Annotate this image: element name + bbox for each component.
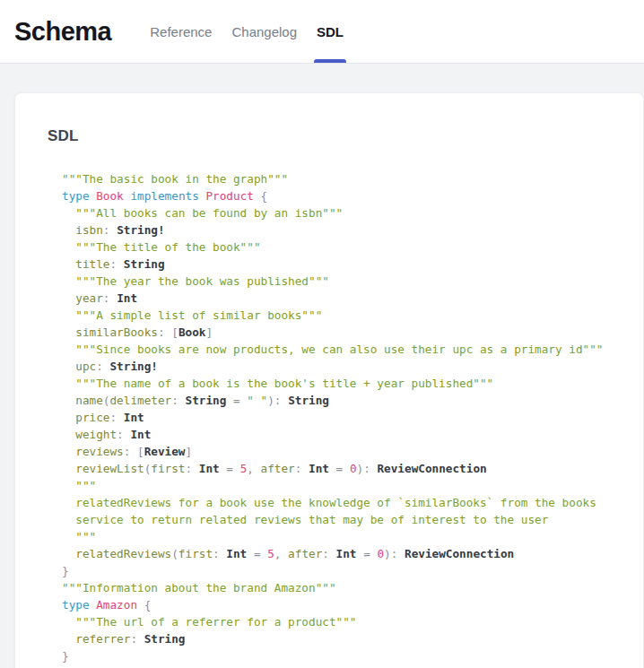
code-line: """The year the book was published""" xyxy=(62,273,643,290)
sdl-code-block: """The basic book in the graph"""type Bo… xyxy=(62,170,643,664)
page-header: Schema ReferenceChangelogSDL xyxy=(0,0,644,64)
code-line: referrer: String xyxy=(62,630,643,647)
code-line: """The title of the book""" xyxy=(62,239,643,256)
code-line: title: String xyxy=(62,256,643,273)
code-line: """The name of a book is the book's titl… xyxy=(62,375,643,392)
tab-reference[interactable]: Reference xyxy=(140,0,222,63)
schema-tabs: ReferenceChangelogSDL xyxy=(140,0,353,63)
main-area: SDL """The basic book in the graph"""typ… xyxy=(0,64,644,668)
code-line: """Information about the brand Amazon""" xyxy=(62,579,643,596)
tab-sdl[interactable]: SDL xyxy=(307,0,353,63)
code-line: similarBooks: [Book] xyxy=(62,324,643,341)
code-line: isbn: String! xyxy=(62,221,643,239)
code-line: """ xyxy=(62,528,643,545)
code-line: year: Int xyxy=(62,290,643,307)
code-line: """A simple list of similar books""" xyxy=(62,307,643,324)
code-line: type Amazon { xyxy=(62,596,643,613)
code-line: """All books can be found by an isbn""" xyxy=(62,204,643,221)
code-line: reviewList(first: Int = 5, after: Int = … xyxy=(62,460,643,477)
code-line: reviews: [Review] xyxy=(62,443,643,460)
code-line: """Since books are now products, we can … xyxy=(62,341,643,358)
sdl-card: SDL """The basic book in the graph"""typ… xyxy=(14,92,644,668)
code-line: relatedReviews for a book use the knowle… xyxy=(62,494,643,511)
code-line: } xyxy=(62,562,643,579)
code-line: name(delimeter: String = " "): String xyxy=(62,392,643,409)
code-line: } xyxy=(62,647,643,664)
code-line: """ xyxy=(62,477,643,494)
code-line: """The basic book in the graph""" xyxy=(62,170,643,187)
sdl-heading: SDL xyxy=(48,127,643,145)
code-line: type Book implements Product { xyxy=(62,187,643,204)
page-title: Schema xyxy=(14,0,111,64)
code-line: relatedReviews(first: Int = 5, after: In… xyxy=(62,545,643,562)
code-line: service to return related reviews that m… xyxy=(62,511,643,528)
code-line: """The url of a referrer for a product""… xyxy=(62,613,643,630)
code-line: weight: Int xyxy=(62,426,643,443)
tab-changelog[interactable]: Changelog xyxy=(222,0,307,63)
code-line: price: Int xyxy=(62,409,643,426)
code-line: upc: String! xyxy=(62,358,643,375)
